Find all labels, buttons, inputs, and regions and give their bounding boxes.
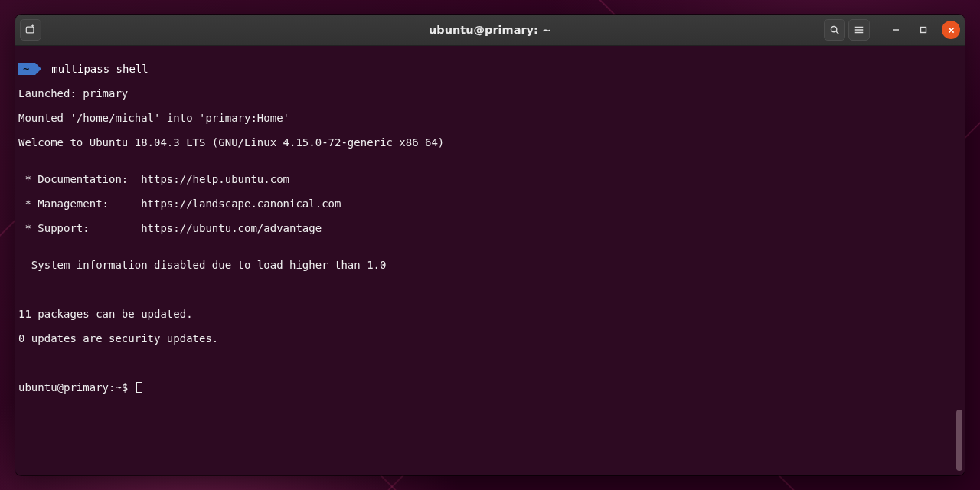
hamburger-icon (854, 24, 864, 35)
terminal-body[interactable]: ~ multipass shell Launched: primary Moun… (15, 46, 965, 475)
window-title: ubuntu@primary: ~ (15, 24, 965, 36)
shell-prompt: ubuntu@primary:~$ (18, 381, 135, 394)
output-line: Mounted '/home/michal' into 'primary:Hom… (18, 112, 962, 124)
minimize-button[interactable] (887, 21, 905, 39)
desktop-background: ubuntu@primary: ~ (0, 0, 980, 490)
search-icon (829, 24, 840, 35)
entered-command: multipass shell (51, 63, 148, 75)
shell-prompt-line: ubuntu@primary:~$ (18, 381, 962, 394)
output-line: Launched: primary (18, 87, 962, 100)
terminal-window: ubuntu@primary: ~ (15, 15, 965, 475)
output-line: * Documentation: https://help.ubuntu.com (18, 173, 962, 185)
close-button[interactable] (942, 21, 960, 39)
titlebar[interactable]: ubuntu@primary: ~ (15, 15, 965, 46)
output-line: 11 packages can be updated. (18, 308, 962, 320)
new-tab-icon (25, 24, 36, 35)
search-button[interactable] (824, 19, 845, 41)
output-line: * Management: https://landscape.canonica… (18, 198, 962, 210)
close-icon (948, 27, 955, 34)
prompt-line: ~ multipass shell (18, 63, 962, 75)
svg-point-3 (831, 26, 836, 31)
new-tab-button[interactable] (20, 19, 41, 41)
output-line: 0 updates are security updates. (18, 332, 962, 345)
maximize-icon (920, 26, 927, 34)
prompt-badge: ~ (18, 63, 35, 75)
svg-rect-0 (26, 27, 34, 33)
maximize-button[interactable] (914, 21, 933, 39)
output-line: System information disabled due to load … (18, 259, 962, 271)
minimize-icon (892, 26, 900, 34)
output-line: Welcome to Ubuntu 18.04.3 LTS (GNU/Linux… (18, 136, 962, 149)
svg-line-4 (836, 31, 838, 34)
output-line: * Support: https://ubuntu.com/advantage (18, 222, 962, 234)
cursor (136, 382, 142, 393)
scrollbar-thumb[interactable] (956, 410, 962, 471)
menu-button[interactable] (848, 19, 870, 41)
svg-rect-9 (921, 28, 926, 33)
